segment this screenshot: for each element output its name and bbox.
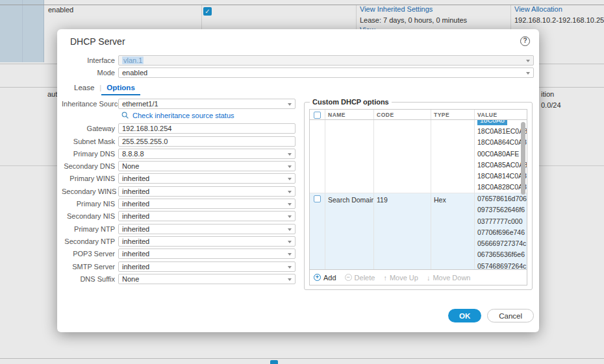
field-smtp-server[interactable]: inherited (118, 261, 296, 272)
label-secondary-nis: Secondary NIS (62, 212, 115, 220)
field-primary-nis[interactable]: inherited (118, 199, 296, 209)
row-checkbox[interactable] (314, 195, 321, 202)
field-primary-wins[interactable]: inherited (118, 173, 296, 184)
value-item[interactable]: 18C0A85AC0A8 (477, 160, 524, 171)
chevron-down-icon (288, 253, 292, 256)
cancel-button[interactable]: Cancel (487, 309, 534, 322)
value-item[interactable]: 067365636f6e6 (477, 249, 524, 260)
field-secondary-nis[interactable]: inherited (118, 211, 296, 221)
mode-select[interactable]: enabled (118, 67, 534, 78)
move-down-label: Move Down (433, 274, 470, 282)
minus-circle-icon: − (345, 274, 352, 281)
scrollbar-thumb[interactable] (521, 122, 525, 195)
header-type: TYPE (431, 110, 475, 119)
dialog-title: DHCP Server (70, 36, 125, 47)
form-row-primary-dns: Primary DNS8.8.8.8 (62, 149, 299, 159)
dialog-buttons: OK Cancel (448, 309, 534, 322)
select-all-checkbox[interactable] (314, 112, 321, 119)
value-item[interactable]: 076578616d706 (477, 193, 524, 204)
add-button[interactable]: + Add (314, 274, 336, 282)
dhcp-server-dialog: DHCP Server ? Interface vlan.1 Mode enab… (57, 29, 539, 332)
form-row-gateway: Gateway192.168.10.254 (62, 123, 299, 134)
row-checkbox-cell[interactable] (310, 193, 325, 269)
help-icon[interactable]: ? (520, 36, 530, 46)
selected-value-chip: 18C0A8 (477, 120, 507, 125)
field-value: None (122, 275, 139, 283)
value-item[interactable]: 18C0A864C0A8 (477, 137, 524, 148)
field-secondary-dns[interactable]: None (118, 161, 296, 171)
inheritance-source-select[interactable]: ethernet1/1 (118, 99, 296, 109)
field-dns-suffix[interactable]: None (118, 274, 296, 284)
value-item[interactable]: 09737562646f6 (477, 204, 524, 215)
option-row-1[interactable]: 18C0A818C0A81EC0A818C0A864C0A800C0A80AFE… (310, 120, 527, 193)
field-value: 8.8.8.8 (122, 150, 144, 158)
field-value: None (122, 162, 139, 170)
tab-options[interactable]: Options (101, 84, 140, 95)
inheritance-source-value: ethernet1/1 (122, 100, 158, 108)
chevron-down-icon (526, 72, 530, 75)
field-subnet-mask[interactable]: 255.255.255.0 (118, 136, 296, 147)
delete-label: Delete (355, 274, 375, 282)
form-row-dns-suffix: DNS SuffixNone (62, 274, 299, 284)
field-value: inherited (122, 188, 149, 195)
value-item[interactable]: 07706f696e746 (477, 227, 524, 238)
name-cell: Search Domains (325, 193, 374, 269)
mode-value: enabled (122, 69, 147, 77)
option-row-2[interactable]: Search Domains119Hex076578616d7060973756… (310, 193, 527, 269)
delete-button[interactable]: − Delete (345, 274, 375, 282)
form-row-primary-nis: Primary NISinherited (62, 199, 299, 209)
form-row-secondary-nis: Secondary NISinherited (62, 211, 299, 221)
table-header: NAME CODE TYPE VALUE (310, 110, 527, 120)
form-row-secondary-dns: Secondary DNSNone (62, 161, 299, 171)
label-primary-nis: Primary NIS (62, 200, 115, 208)
value-cell: 076578616d70609737562646f603777777c00007… (475, 193, 527, 269)
table-scrollbar[interactable] (521, 121, 525, 268)
value-item[interactable]: 18C0A828C0A8 (477, 182, 524, 193)
field-value: inherited (122, 263, 149, 271)
value-item[interactable]: 057468697264c (477, 261, 524, 269)
field-pop3-server[interactable]: inherited (118, 249, 296, 259)
label-primary-dns: Primary DNS (62, 150, 115, 158)
value-item[interactable]: 18C0A81EC0A8 (477, 126, 524, 137)
field-secondary-wins[interactable]: inherited (118, 186, 296, 197)
value-item[interactable]: 00C0A80AFE (477, 149, 524, 160)
field-secondary-ntp[interactable]: inherited (118, 236, 296, 247)
label-dns-suffix: DNS Suffix (62, 275, 115, 283)
field-value: inherited (122, 200, 149, 208)
label-gateway: Gateway (62, 125, 115, 132)
header-name: NAME (325, 110, 374, 119)
partial-selected-value[interactable]: 18C0A8 (477, 120, 524, 125)
field-primary-dns[interactable]: 8.8.8.8 (118, 149, 296, 159)
header-checkbox-cell[interactable] (310, 110, 325, 119)
field-value: 255.255.255.0 (122, 138, 168, 145)
header-value: VALUE (475, 110, 527, 119)
label-secondary-dns: Secondary DNS (62, 162, 115, 170)
chevron-down-icon (288, 228, 292, 231)
ok-button[interactable]: OK (448, 309, 481, 322)
form-row-secondary-wins: Secondary WINSinherited (62, 186, 299, 197)
name-cell (325, 120, 374, 193)
move-up-button[interactable]: ↑ Move Up (383, 274, 418, 282)
arrow-up-icon: ↑ (383, 274, 387, 282)
code-cell (374, 120, 431, 193)
label-primary-ntp: Primary NTP (62, 225, 115, 233)
inheritance-source-row: Inheritance Source ethernet1/1 (62, 99, 299, 109)
chevron-down-icon (288, 103, 292, 106)
form-row-primary-ntp: Primary NTPinherited (62, 224, 299, 234)
chevron-down-icon (288, 203, 292, 206)
field-gateway[interactable]: 192.168.10.254 (118, 123, 296, 134)
value-item[interactable]: 03777777c000 (477, 216, 524, 227)
row-checkbox-cell[interactable] (310, 120, 325, 193)
field-value: inherited (122, 225, 149, 233)
chevron-down-icon (288, 153, 292, 156)
value-item[interactable]: 18C0A814C0A8 (477, 171, 524, 182)
check-inheritance-label: Check inheritance source status (132, 112, 234, 119)
label-secondary-ntp: Secondary NTP (62, 237, 115, 245)
field-primary-ntp[interactable]: inherited (118, 224, 296, 234)
check-inheritance-link[interactable]: Check inheritance source status (121, 111, 299, 120)
value-item[interactable]: 056669727374c (477, 238, 524, 249)
move-down-button[interactable]: ↓ Move Down (427, 274, 471, 282)
tab-lease[interactable]: Lease (69, 84, 99, 94)
mode-row: Mode enabled (62, 67, 534, 78)
header-code: CODE (374, 110, 431, 119)
